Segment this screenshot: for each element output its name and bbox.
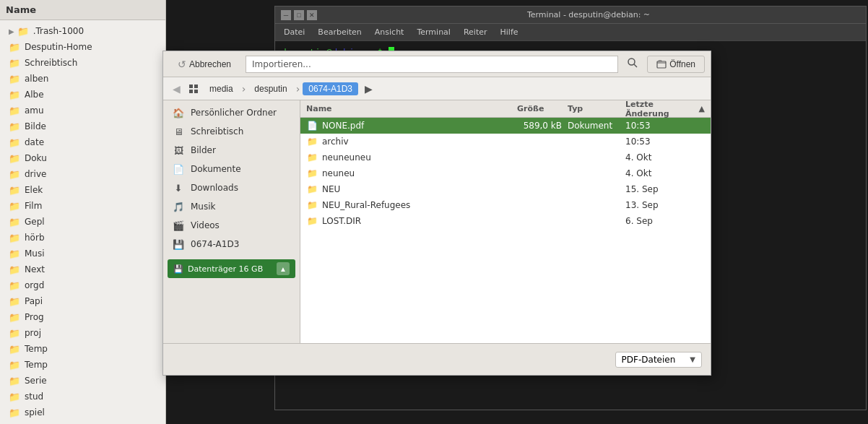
drive-eject-button[interactable]: ▲ [277, 262, 290, 275]
column-header-type[interactable]: Typ [568, 104, 625, 113]
terminal-menu-hilfe[interactable]: Hilfe [495, 26, 524, 38]
svg-rect-6 [194, 90, 198, 93]
folder-icon: 📁 [306, 183, 318, 195]
fm-item-date[interactable]: date [0, 134, 165, 150]
folder-icon [9, 57, 20, 69]
fm-item-orgd[interactable]: orgd [0, 277, 165, 293]
pdf-file-icon: 📄 [306, 120, 318, 131]
breadcrumb-forward-button[interactable]: ▶ [361, 82, 376, 96]
dialog-search-button[interactable] [624, 54, 641, 74]
breadcrumb-view-toggle-button[interactable] [186, 82, 201, 96]
file-row-neu-rural-refugees[interactable]: 📁 NEU_Rural-Refugees 13. Sep [300, 197, 711, 213]
terminal-window-controls: ─ □ ✕ [281, 10, 317, 20]
fm-item-temp1[interactable]: Temp [0, 341, 165, 357]
folder-icon: 📁 [306, 215, 318, 227]
dialog-cancel-button[interactable]: ↺ Abbrechen [169, 56, 240, 73]
fm-item-doku[interactable]: Doku [0, 150, 165, 166]
fm-item-desputin-home[interactable]: Desputin-Home [0, 39, 165, 55]
sidebar-item-videos[interactable]: 🎬 Videos [163, 216, 300, 235]
fm-item-stud[interactable]: stud [0, 389, 165, 404]
file-date: 10:53 [625, 137, 705, 147]
file-row-none-pdf[interactable]: 📄 NONE.pdf 589,0 kB Dokument 10:53 [300, 118, 711, 134]
col-name-label: Name [306, 104, 332, 113]
folder-icon [9, 407, 20, 418]
fm-item-musi2[interactable]: Musi [0, 420, 165, 424]
svg-rect-4 [194, 85, 198, 88]
fm-item-serie[interactable]: Serie [0, 373, 165, 389]
terminal-menu-ansicht[interactable]: Ansicht [369, 26, 410, 38]
fm-item-schreibtisch[interactable]: Schreibtisch [0, 55, 165, 71]
terminal-menu-datei[interactable]: Datei [278, 26, 311, 38]
fm-item-alben[interactable]: alben [0, 71, 165, 87]
terminal-maximize-button[interactable]: □ [294, 10, 304, 20]
fm-item-trash-1000[interactable]: ▶ .Trash-1000 [0, 23, 165, 39]
file-row-neu[interactable]: 📁 NEU 15. Sep [300, 181, 711, 197]
column-header-date[interactable]: Letzte Änderung ▲ [625, 100, 705, 118]
location-text: Importieren... [252, 59, 311, 69]
sidebar-item-label: Videos [191, 220, 220, 230]
column-header-name[interactable]: Name [306, 104, 517, 113]
sidebar-item-schreibtisch[interactable]: 🖥 Schreibtisch [163, 122, 300, 141]
fm-item-temp2[interactable]: Temp [0, 357, 165, 373]
file-row-archiv[interactable]: 📁 archiv 10:53 [300, 134, 711, 150]
drive-item-datentraeger[interactable]: 💾 Datenträger 16 GB ▲ [168, 259, 295, 278]
fm-item-musi[interactable]: Musi [0, 246, 165, 261]
fm-item-label: Temp [25, 344, 48, 354]
fm-item-spiel[interactable]: spiel [0, 404, 165, 420]
sidebar-item-dokumente[interactable]: 📄 Dokumente [163, 160, 300, 178]
fm-item-label: amu [25, 105, 44, 116]
fm-item-gepl[interactable]: Gepl [0, 214, 165, 230]
filter-dropdown[interactable]: PDF-Dateien ▼ [615, 352, 702, 368]
file-row-neuneuneu[interactable]: 📁 neuneuneu 4. Okt [300, 150, 711, 165]
terminal-menu-reiter[interactable]: Reiter [458, 26, 493, 38]
breadcrumb-sep-1: › [242, 83, 246, 95]
breadcrumb-back-button[interactable]: ◀ [169, 82, 183, 96]
folder-icon [9, 327, 20, 339]
file-date: 4. Okt [625, 168, 705, 178]
fm-item-horb[interactable]: hörb [0, 230, 165, 246]
dialog-file-list: Name Größe Typ Letzte Änderung ▲ 📄 NONE.… [300, 100, 711, 343]
sidebar-item-musik[interactable]: 🎵 Musik [163, 197, 300, 216]
folder-icon [9, 89, 20, 100]
drive-section: 💾 Datenträger 16 GB ▲ [163, 259, 300, 278]
breadcrumb-drive[interactable]: 0674-A1D3 [303, 82, 358, 95]
fm-item-bilde[interactable]: Bilde [0, 118, 165, 134]
file-date: 10:53 [625, 121, 705, 131]
file-manager-panel: Name ▶ .Trash-1000 Desputin-Home Schreib… [0, 0, 166, 424]
sidebar-item-drive[interactable]: 💾 0674-A1D3 [163, 235, 300, 254]
fm-item-elek[interactable]: Elek [0, 182, 165, 198]
breadcrumb-desputin[interactable]: desputin [248, 82, 292, 95]
fm-item-label: Musi [25, 248, 45, 259]
fm-item-label: Desputin-Home [25, 42, 92, 52]
fm-item-label: alben [25, 74, 48, 84]
fm-item-prog[interactable]: Prog [0, 309, 165, 325]
terminal-minimize-button[interactable]: ─ [281, 10, 291, 20]
fm-item-drive[interactable]: drive [0, 166, 165, 182]
breadcrumb-media[interactable]: media [204, 82, 239, 95]
fm-item-label: drive [25, 169, 46, 179]
dialog-open-button[interactable]: Öffnen [647, 56, 705, 73]
fm-item-proj[interactable]: proj [0, 325, 165, 341]
terminal-close-button[interactable]: ✕ [307, 10, 317, 20]
terminal-menu-terminal[interactable]: Terminal [411, 26, 456, 38]
sidebar-item-downloads[interactable]: ⬇ Downloads [163, 178, 300, 197]
folder-icon [9, 184, 20, 196]
fm-item-label: spiel [25, 407, 45, 417]
file-date: 6. Sep [625, 216, 705, 226]
fm-item-albe[interactable]: Albe [0, 87, 165, 103]
file-row-neuneu[interactable]: 📁 neuneu 4. Okt [300, 165, 711, 181]
sidebar-item-bilder[interactable]: 🖼 Bilder [163, 141, 300, 160]
folder-icon [9, 121, 20, 132]
fm-item-papi[interactable]: Papi [0, 293, 165, 309]
terminal-menu-bearbeiten[interactable]: Bearbeiten [312, 26, 367, 38]
column-header-size[interactable]: Größe [517, 104, 568, 113]
sidebar-item-personal-folder[interactable]: 🏠 Persönlicher Ordner [163, 103, 300, 122]
file-date: 15. Sep [625, 184, 705, 194]
fm-item-next[interactable]: Next [0, 261, 165, 277]
fm-item-film[interactable]: Film [0, 198, 165, 214]
fm-item-amu[interactable]: amu [0, 103, 165, 118]
file-row-lost-dir[interactable]: 📁 LOST.DIR 6. Sep [300, 213, 711, 229]
fm-item-label: Bilde [25, 121, 46, 131]
file-name: neuneuneu [322, 152, 517, 163]
dropdown-arrow-icon: ▼ [690, 355, 695, 363]
